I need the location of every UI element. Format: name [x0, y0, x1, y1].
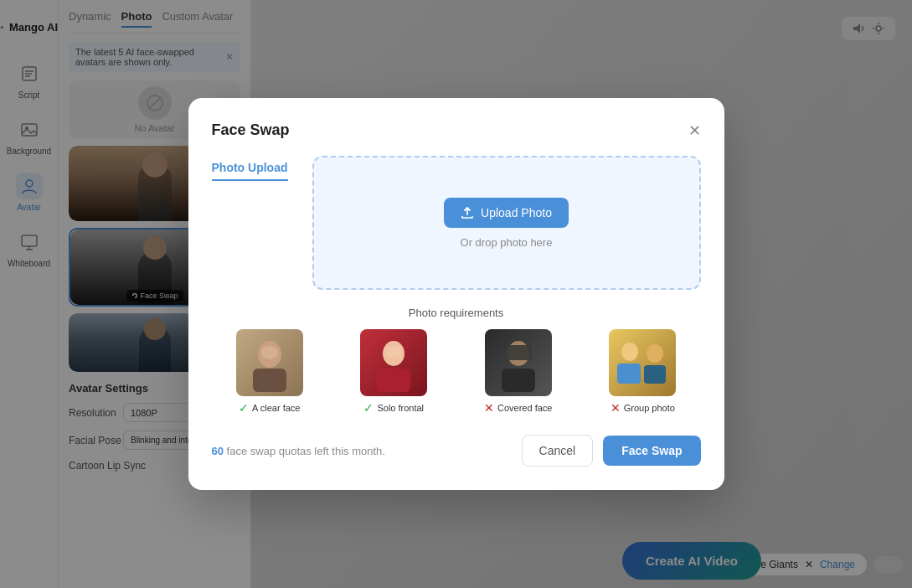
svg-point-17: [261, 346, 278, 359]
group-photo-illustration: [613, 333, 672, 392]
upload-icon: [461, 206, 474, 219]
svg-rect-16: [253, 369, 286, 392]
req-solo-frontal: ✓ Solo frontal: [336, 329, 452, 415]
solo-frontal-photo: [360, 329, 427, 396]
drop-text: Or drop photo here: [461, 236, 553, 249]
clear-face-label: ✓ A clear face: [239, 401, 300, 415]
svg-rect-19: [377, 369, 410, 392]
modal-footer: 60 face swap quotas left this month. Can…: [212, 435, 701, 467]
svg-rect-22: [502, 369, 535, 392]
svg-point-26: [647, 344, 663, 363]
clear-face-ok-icon: ✓: [239, 401, 249, 415]
solo-frontal-text: Solo frontal: [377, 403, 424, 413]
svg-rect-27: [644, 365, 666, 384]
modal-left-nav: Photo Upload: [212, 156, 296, 290]
group-photo-photo: [609, 329, 676, 396]
svg-rect-23: [505, 345, 532, 360]
photo-requirements: Photo requirements ✓ A clear face: [212, 307, 701, 415]
req-covered-face: ✕ Covered face: [461, 329, 577, 415]
upload-photo-btn[interactable]: Upload Photo: [444, 198, 569, 228]
svg-point-24: [621, 343, 638, 361]
modal-body: Photo Upload Upload Photo Or drop photo …: [212, 156, 701, 290]
solo-frontal-illustration: [368, 333, 419, 392]
clear-face-illustration: [245, 333, 295, 392]
cancel-btn[interactable]: Cancel: [522, 435, 594, 467]
upload-btn-label: Upload Photo: [481, 206, 552, 219]
covered-face-label: ✕ Covered face: [484, 401, 552, 415]
photo-req-title: Photo requirements: [212, 307, 701, 319]
group-photo-no-icon: ✕: [611, 401, 621, 415]
photo-upload-tab[interactable]: Photo Upload: [212, 156, 288, 181]
requirements-grid: ✓ A clear face ✓ Solo frontal: [212, 329, 701, 415]
quota-info: 60 face swap quotas left this month.: [212, 445, 512, 457]
modal-header: Face Swap ✕: [212, 121, 701, 139]
solo-frontal-label: ✓ Solo frontal: [363, 401, 424, 415]
svg-point-20: [386, 346, 401, 358]
covered-face-text: Covered face: [497, 403, 552, 413]
clear-face-photo: [236, 329, 303, 396]
req-clear-face: ✓ A clear face: [212, 329, 328, 415]
group-photo-label: ✕ Group photo: [611, 401, 675, 415]
req-group-photo: ✕ Group photo: [585, 329, 701, 415]
covered-face-photo: [485, 329, 552, 396]
covered-face-no-icon: ✕: [484, 401, 494, 415]
svg-rect-25: [617, 364, 641, 384]
solo-frontal-ok-icon: ✓: [363, 401, 374, 415]
clear-face-text: A clear face: [252, 403, 300, 413]
group-photo-text: Group photo: [624, 403, 675, 413]
face-swap-modal: Face Swap ✕ Photo Upload Upload Photo Or…: [188, 98, 724, 490]
modal-close-btn[interactable]: ✕: [688, 123, 701, 138]
covered-face-illustration: [493, 333, 544, 392]
face-swap-btn[interactable]: Face Swap: [603, 436, 700, 466]
upload-area[interactable]: Upload Photo Or drop photo here: [312, 156, 701, 290]
modal-title: Face Swap: [212, 121, 290, 139]
